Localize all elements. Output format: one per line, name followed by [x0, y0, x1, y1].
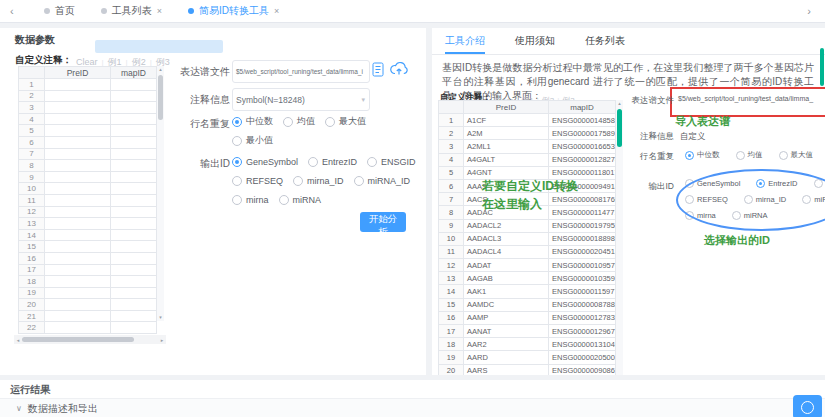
cell-mapid[interactable]	[111, 241, 157, 253]
cell-preid[interactable]	[45, 102, 111, 114]
cell-preid[interactable]	[45, 229, 111, 241]
table-row: 13AAGABENSG00000103591	[439, 272, 616, 285]
cell-preid[interactable]	[45, 241, 111, 253]
radio-label: miRNA	[293, 195, 322, 205]
help-floating-button[interactable]	[793, 395, 822, 417]
tab-usage-notes[interactable]: 使用须知	[515, 28, 555, 54]
column-header[interactable]: mapID	[111, 67, 157, 79]
table-row: 2A2MENSG00000175899	[439, 127, 616, 140]
cell-preid[interactable]	[45, 90, 111, 102]
tab-close-icon[interactable]: ×	[157, 6, 162, 16]
scroll-up-icon[interactable]: ▴	[157, 66, 164, 73]
radio-mirna_ID[interactable]: mirna_ID	[293, 176, 344, 186]
cell-mapid[interactable]	[111, 287, 157, 299]
row-number: 15	[19, 241, 45, 253]
radio-mirna[interactable]: mirna	[232, 195, 269, 205]
cell-mapid[interactable]	[111, 264, 157, 276]
run-results-section: 运行结果 ∨ 数据描述和导出	[0, 380, 825, 417]
cell-mapid: ENSG00000204518	[549, 245, 616, 258]
start-analysis-button[interactable]: 开始分析	[360, 212, 406, 232]
cloud-upload-icon[interactable]	[390, 61, 408, 76]
cell-preid[interactable]	[45, 218, 111, 230]
cell-mapid[interactable]	[111, 218, 157, 230]
table-row: 3A2ML1ENSG00000166535	[439, 140, 616, 153]
annotation-info-select[interactable]: Symbol(N=18248) ▾	[232, 88, 370, 111]
cell-mapid[interactable]	[111, 90, 157, 102]
cell-preid[interactable]	[45, 264, 111, 276]
cell-mapid[interactable]	[111, 194, 157, 206]
radio-GeneSymbol[interactable]: GeneSymbol	[232, 157, 298, 167]
column-header[interactable]: PreID	[45, 67, 111, 79]
tab-tool-list[interactable]: 工具列表 ×	[101, 4, 162, 18]
tab-tool-introduction[interactable]: 工具介绍	[445, 28, 485, 54]
tab-scroll-left-icon[interactable]: ‹	[6, 0, 18, 22]
cell-preid[interactable]	[45, 322, 111, 334]
scroll-down-icon[interactable]: ▾	[157, 314, 164, 321]
cell-preid[interactable]	[45, 299, 111, 311]
cell-mapid[interactable]	[111, 171, 157, 183]
cell-mapid[interactable]	[111, 160, 157, 172]
cell-mapid[interactable]	[111, 136, 157, 148]
cell-mapid[interactable]	[111, 299, 157, 311]
scrollbar-thumb[interactable]	[158, 75, 163, 120]
cell-mapid[interactable]	[111, 206, 157, 218]
cell-mapid[interactable]	[111, 183, 157, 195]
cell-preid[interactable]	[45, 310, 111, 322]
cell-preid[interactable]	[45, 276, 111, 288]
expression-file-input[interactable]: $5/web_script/tool_runing/test_data/limm…	[232, 60, 370, 83]
radio-ENSGID[interactable]: ENSGID	[367, 157, 416, 167]
cell-mapid[interactable]	[111, 113, 157, 125]
radio-均值[interactable]: 均值	[283, 115, 315, 128]
cell-preid: AAR2	[464, 338, 549, 351]
cell-preid[interactable]	[45, 148, 111, 160]
radio-miRNA_ID[interactable]: miRNA_ID	[354, 176, 411, 186]
tab-scroll-right-icon[interactable]: ›	[803, 0, 815, 22]
radio-最小值[interactable]: 最小值	[232, 134, 273, 147]
cell-preid[interactable]	[45, 252, 111, 264]
radio-REFSEQ[interactable]: REFSEQ	[232, 176, 283, 186]
radio-miRNA[interactable]: miRNA	[279, 195, 322, 205]
cell-preid[interactable]	[45, 287, 111, 299]
grid-horizontal-scrollbar[interactable]: ◂ ▸	[14, 335, 166, 344]
radio-EntrezID[interactable]: EntrezID	[308, 157, 357, 167]
scroll-left-icon[interactable]: ◂	[14, 337, 22, 343]
cell-preid[interactable]	[45, 125, 111, 137]
cell-mapid[interactable]	[111, 79, 157, 91]
demo-expression-file-value: $5/web_script/tool_runing/test_data/limm…	[678, 95, 813, 102]
radio-label: 最大值	[339, 115, 366, 128]
cell-preid[interactable]	[45, 79, 111, 91]
cell-preid[interactable]	[45, 171, 111, 183]
cell-mapid[interactable]	[111, 276, 157, 288]
scroll-right-icon[interactable]: ▸	[158, 337, 166, 343]
demo-annotation-grid: PreIDmapID1A1CFENSG000001485842A2MENSG00…	[438, 100, 616, 375]
radio-中位数[interactable]: 中位数	[232, 115, 273, 128]
cell-preid[interactable]	[45, 194, 111, 206]
scrollbar-thumb[interactable]	[22, 337, 134, 342]
cell-mapid[interactable]	[111, 148, 157, 160]
file-document-icon[interactable]	[372, 62, 384, 77]
cell-mapid[interactable]	[111, 310, 157, 322]
panel-vertical-scrollbar[interactable]	[820, 48, 824, 86]
tab-close-icon[interactable]: ×	[274, 6, 279, 16]
tab-home[interactable]: 首页	[44, 4, 75, 18]
grid-vertical-scrollbar[interactable]: ▴ ▾	[157, 66, 164, 321]
tab-id-convert-tool[interactable]: 简易ID转换工具 ×	[188, 4, 279, 18]
radio-最大值[interactable]: 最大值	[325, 115, 366, 128]
data-export-collapse-bar[interactable]: ∨ 数据描述和导出	[0, 398, 825, 417]
cell-preid[interactable]	[45, 183, 111, 195]
row-number: 17	[19, 264, 45, 276]
cell-mapid[interactable]	[111, 322, 157, 334]
radio-circle-icon	[354, 176, 364, 186]
cell-preid[interactable]	[45, 136, 111, 148]
tab-task-list[interactable]: 任务列表	[585, 28, 625, 54]
cell-preid[interactable]	[45, 113, 111, 125]
cell-preid[interactable]	[45, 160, 111, 172]
cell-mapid[interactable]	[111, 252, 157, 264]
row-number: 15	[439, 298, 464, 311]
custom-annotation-grid[interactable]: PreIDmapID123456789101112131415161718192…	[18, 66, 157, 334]
cell-preid[interactable]	[45, 206, 111, 218]
row-number: 6	[19, 136, 45, 148]
cell-mapid[interactable]	[111, 125, 157, 137]
cell-mapid[interactable]	[111, 229, 157, 241]
cell-mapid[interactable]	[111, 102, 157, 114]
